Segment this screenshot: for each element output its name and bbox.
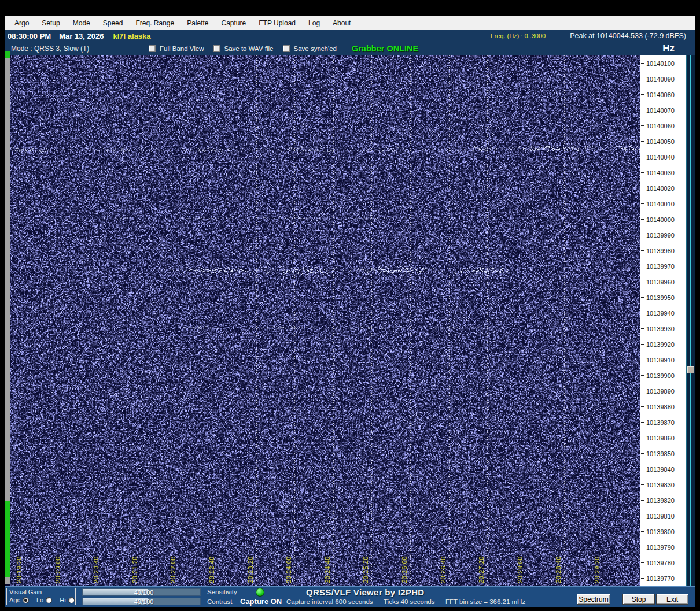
stop-button[interactable]: Stop xyxy=(622,594,655,605)
freq-tick-label: 10139850 xyxy=(646,450,675,457)
frequency-offset-slider xyxy=(686,55,695,586)
sensitivity-slider[interactable]: 40/100 xyxy=(82,588,201,596)
exit-button[interactable]: Exit xyxy=(656,594,688,605)
freq-tick-mark xyxy=(641,203,644,204)
radio-button-icon[interactable] xyxy=(23,597,29,603)
main-area: 20:19:2020:20:0020:20:4020:21:2020:22:00… xyxy=(5,55,695,586)
freq-range-label: Freq. (Hz) : 0..3000 xyxy=(491,32,546,39)
radio-option[interactable]: Hi xyxy=(60,597,76,603)
time-tick-label: 20:23:20 xyxy=(247,556,254,583)
freq-tick-mark xyxy=(641,188,644,188)
freq-tick-mark xyxy=(641,125,644,126)
radio-label: Lo xyxy=(36,597,43,603)
checkbox-group[interactable]: Full Band View xyxy=(149,45,204,52)
menu-item[interactable]: FTP Upload xyxy=(252,17,302,29)
menu-item[interactable]: Capture xyxy=(215,17,253,29)
menu-item[interactable]: About xyxy=(326,17,357,29)
freq-tick-label: 10139810 xyxy=(646,513,675,520)
freq-tick-mark xyxy=(641,516,644,516)
hz-unit-label: Hz xyxy=(662,43,675,54)
time-tick-label: 20:29:20 xyxy=(594,556,600,583)
menu-item[interactable]: Mode xyxy=(67,17,97,29)
freq-tick-label: 10140000 xyxy=(646,216,675,223)
freq-scale-row: 10139970 xyxy=(640,258,686,274)
checkbox-icon[interactable] xyxy=(149,45,156,52)
freq-tick-label: 10139830 xyxy=(646,482,675,488)
time-tick-label: 20:22:00 xyxy=(170,556,176,583)
freq-scale-row: 10139780 xyxy=(640,555,686,571)
checkbox-group[interactable]: Save synch'ed xyxy=(283,45,337,52)
radio-button-icon[interactable] xyxy=(68,597,75,603)
slider-thumb[interactable] xyxy=(687,366,694,373)
radio-option[interactable]: Lo xyxy=(36,597,54,603)
checkbox-icon[interactable] xyxy=(283,45,290,52)
checkbox-group[interactable]: Save to WAV file xyxy=(213,45,274,52)
freq-tick-mark xyxy=(641,157,644,157)
freq-tick-label: 10139790 xyxy=(646,544,675,551)
freq-scale-row: 10140070 xyxy=(640,102,686,118)
menu-item[interactable]: Log xyxy=(302,17,326,29)
freq-scale-row: 10139850 xyxy=(640,446,686,461)
contrast-slider-value: 40/100 xyxy=(134,598,154,605)
freq-tick-mark xyxy=(641,110,644,110)
freq-scale-row: 10139790 xyxy=(640,539,686,555)
menu-item[interactable]: Palette xyxy=(180,17,215,29)
freq-tick-mark xyxy=(641,266,644,266)
time-tick-label: 20:19:20 xyxy=(16,556,23,583)
freq-tick-label: 10139880 xyxy=(646,403,675,410)
slider-track-line xyxy=(690,55,691,586)
freq-tick-mark xyxy=(641,531,644,532)
info-bar: 08:30:00 PM Mar 13, 2026 kl7l alaska Fre… xyxy=(5,30,695,42)
checkbox-icon[interactable] xyxy=(213,45,220,52)
radio-button-icon[interactable] xyxy=(46,597,52,603)
clock-date: Mar 13, 2026 xyxy=(59,32,104,40)
sensitivity-slider-value: 40/100 xyxy=(134,589,154,596)
freq-scale-row: 10139800 xyxy=(640,524,686,539)
time-tick-label: 20:24:00 xyxy=(285,556,292,583)
time-tick-label: 20:22:40 xyxy=(208,556,215,583)
freq-tick-label: 10139970 xyxy=(646,263,675,270)
time-tick-label: 20:21:20 xyxy=(131,556,138,583)
freq-scale-row: 10140060 xyxy=(640,118,686,134)
capture-progress-track xyxy=(5,55,10,584)
menu-item[interactable]: Setup xyxy=(35,17,66,29)
freq-tick-mark xyxy=(641,578,644,579)
freq-tick-mark xyxy=(641,453,644,454)
freq-tick-label: 10140030 xyxy=(646,169,675,176)
contrast-label: Contrast xyxy=(207,598,232,605)
callsign-label: kl7l alaska xyxy=(113,32,151,40)
freq-tick-mark xyxy=(641,219,644,220)
capture-interval-label: Capture interval 600 seconds xyxy=(286,598,373,605)
spectrum-button[interactable]: Spectrum xyxy=(577,594,610,605)
app-title: QRSS/VLF Viewer by I2PHD xyxy=(306,587,425,597)
freq-tick-mark xyxy=(641,391,644,391)
radio-option[interactable]: Agc xyxy=(9,597,31,603)
freq-scale-row: 10139940 xyxy=(640,305,686,321)
clock-time: 08:30:00 PM xyxy=(8,32,51,40)
freq-tick-label: 10139950 xyxy=(646,294,675,301)
time-tick-label: 20:26:00 xyxy=(401,556,408,583)
freq-scale-row: 10139810 xyxy=(640,508,686,524)
checkbox-label: Full Band View xyxy=(160,45,204,52)
freq-tick-label: 10140040 xyxy=(646,154,675,161)
freq-tick-mark xyxy=(641,63,644,64)
slider-track-line-dim xyxy=(686,55,687,586)
freq-tick-mark xyxy=(641,344,644,345)
freq-tick-label: 10139890 xyxy=(646,388,675,395)
freq-tick-mark xyxy=(641,172,644,173)
capture-led-icon xyxy=(256,588,264,597)
freq-tick-label: 10139920 xyxy=(646,341,675,348)
time-tick-label: 20:28:00 xyxy=(517,556,524,583)
bottom-control-bar: Visual Gain Agc Lo Hi 40/100 40/100 Sens… xyxy=(5,586,695,607)
freq-scale-row: 10139930 xyxy=(640,321,686,336)
argo-window: ArgoSetupModeSpeedFreq. RangePaletteCapt… xyxy=(5,16,695,607)
freq-tick-label: 10140060 xyxy=(646,123,675,129)
time-tick-label: 20:24:40 xyxy=(324,556,331,583)
freq-tick-label: 10139840 xyxy=(646,466,675,473)
menu-item[interactable]: Speed xyxy=(97,17,130,29)
menu-item[interactable]: Argo xyxy=(8,17,35,29)
peak-readout: Peak at 10140044.533 (-72.9 dBFS) xyxy=(570,32,686,40)
contrast-slider[interactable]: 40/100 xyxy=(82,598,201,605)
menu-item[interactable]: Freq. Range xyxy=(129,17,180,29)
radio-label: Agc xyxy=(9,597,20,603)
